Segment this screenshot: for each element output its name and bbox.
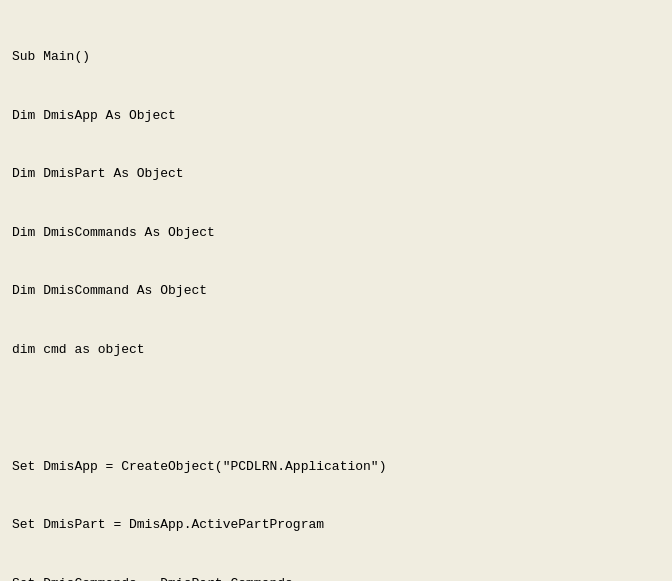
code-line: Sub Main(): [12, 47, 660, 67]
code-line: Dim DmisApp As Object: [12, 106, 660, 126]
code-line: [12, 398, 660, 418]
code-container: Sub Main() Dim DmisApp As Object Dim Dmi…: [0, 0, 672, 581]
code-line: dim cmd as object: [12, 340, 660, 360]
code-line: Dim DmisCommands As Object: [12, 223, 660, 243]
code-line: Dim DmisCommand As Object: [12, 281, 660, 301]
code-line: Set DmisPart = DmisApp.ActivePartProgram: [12, 515, 660, 535]
code-section-1: Sub Main() Dim DmisApp As Object Dim Dmi…: [0, 0, 672, 581]
code-line: Set DmisApp = CreateObject("PCDLRN.Appli…: [12, 457, 660, 477]
code-line: Dim DmisPart As Object: [12, 164, 660, 184]
code-line: Set DmisCommands = DmisPart.Commands: [12, 574, 660, 582]
